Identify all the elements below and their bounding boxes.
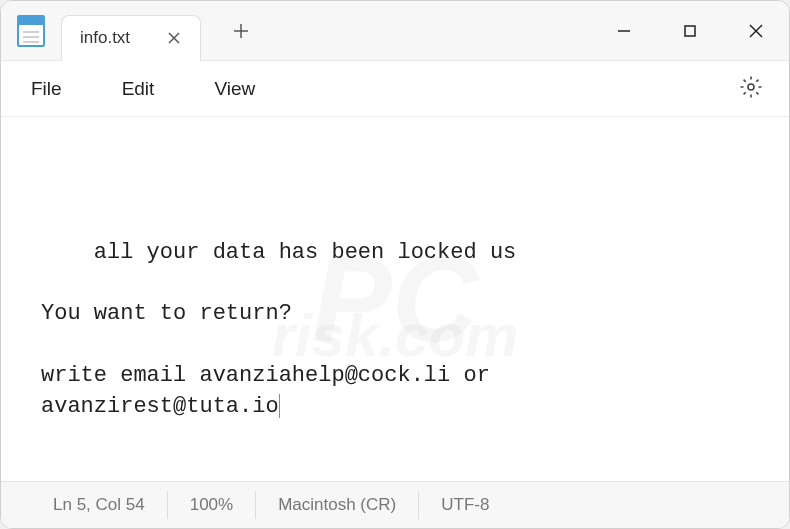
statusbar: Ln 5, Col 54 100% Macintosh (CR) UTF-8: [1, 481, 789, 528]
text-content-area[interactable]: PC risk.com all your data has been locke…: [1, 117, 789, 481]
close-tab-icon[interactable]: [166, 30, 182, 46]
notepad-window: info.txt File Edit View: [0, 0, 790, 529]
tab-area: info.txt: [61, 1, 591, 60]
menubar: File Edit View: [1, 61, 789, 117]
svg-point-8: [748, 84, 754, 90]
content-line-1: all your data has been locked us: [94, 240, 516, 265]
new-tab-button[interactable]: [221, 11, 261, 51]
status-line-ending: Macintosh (CR): [256, 491, 419, 519]
status-zoom[interactable]: 100%: [168, 491, 256, 519]
text-cursor: [279, 394, 280, 418]
status-position: Ln 5, Col 54: [31, 491, 168, 519]
titlebar: info.txt: [1, 1, 789, 61]
svg-rect-5: [685, 26, 695, 36]
maximize-button[interactable]: [657, 1, 723, 61]
tab-title: info.txt: [80, 28, 130, 48]
content-line-3a: write email avanziahelp@cock.li or: [41, 363, 490, 388]
status-encoding: UTF-8: [419, 491, 511, 519]
close-button[interactable]: [723, 1, 789, 61]
notepad-icon: [17, 15, 45, 47]
content-line-3b: avanzirest@tuta.io: [41, 394, 279, 419]
menu-edit[interactable]: Edit: [112, 72, 165, 106]
minimize-button[interactable]: [591, 1, 657, 61]
settings-button[interactable]: [733, 69, 769, 109]
content-line-2: You want to return?: [41, 301, 292, 326]
window-controls: [591, 1, 789, 61]
app-icon-container: [1, 1, 61, 61]
tab-active[interactable]: info.txt: [61, 15, 201, 61]
menu-view[interactable]: View: [204, 72, 265, 106]
menu-file[interactable]: File: [21, 72, 72, 106]
